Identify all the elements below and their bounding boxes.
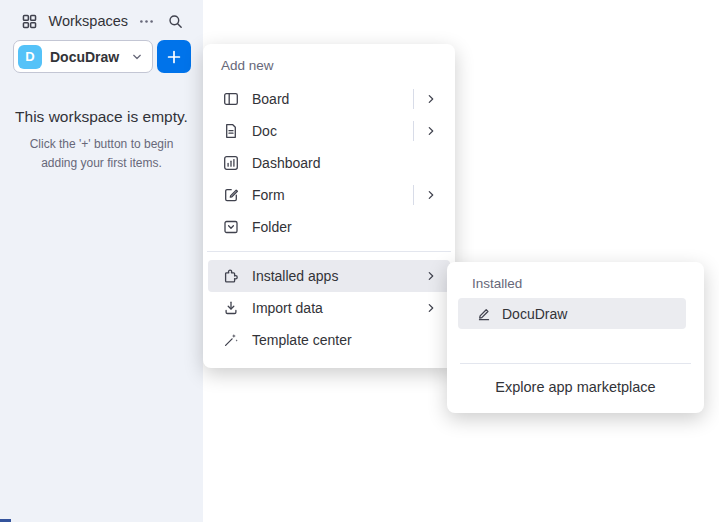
- empty-state: This workspace is empty. Click the '+' b…: [0, 108, 203, 172]
- divider: [413, 185, 414, 205]
- menu-item-installed-apps[interactable]: Installed apps: [208, 260, 450, 292]
- menu-item-label: Doc: [252, 123, 277, 139]
- plus-icon: [165, 48, 183, 66]
- dashboard-icon: [222, 154, 240, 172]
- chevron-right-icon[interactable]: [423, 123, 439, 139]
- chevron-down-icon: [130, 50, 144, 64]
- empty-state-subtitle-line2: adding your first items.: [0, 154, 203, 173]
- chevron-right-icon[interactable]: [423, 300, 439, 316]
- board-icon: [222, 90, 240, 108]
- workspace-avatar: D: [18, 45, 42, 69]
- workspaces-label: Workspaces: [49, 13, 129, 29]
- empty-state-subtitle: Click the '+' button to begin adding you…: [0, 135, 203, 172]
- divider: [413, 121, 414, 141]
- workspace-switcher[interactable]: D DocuDraw: [13, 40, 153, 73]
- menu-divider: [207, 251, 451, 252]
- chevron-right-icon[interactable]: [423, 268, 439, 284]
- workspace-name: DocuDraw: [50, 49, 119, 65]
- add-new-button[interactable]: [157, 40, 191, 73]
- sidebar-header: Workspaces: [20, 10, 185, 32]
- empty-state-subtitle-line1: Click the '+' button to begin: [0, 135, 203, 154]
- menu-item-label: Form: [252, 187, 285, 203]
- menu-item-doc[interactable]: Doc: [208, 115, 450, 147]
- menu-item-label: Dashboard: [252, 155, 321, 171]
- search-icon[interactable]: [166, 11, 186, 31]
- menu-item-label: Installed apps: [252, 268, 338, 284]
- divider: [413, 89, 414, 109]
- submenu-item-docudraw[interactable]: DocuDraw: [458, 298, 686, 329]
- workspace-sidebar: Workspaces D DocuDraw: [0, 0, 203, 522]
- more-options-icon[interactable]: [137, 11, 157, 31]
- menu-item-template-center[interactable]: Template center: [208, 324, 450, 356]
- puzzle-icon: [222, 267, 240, 285]
- chevron-right-icon[interactable]: [423, 91, 439, 107]
- menu-item-label: Board: [252, 91, 289, 107]
- workspaces-grid-icon[interactable]: [20, 11, 40, 31]
- installed-submenu-header: Installed: [447, 276, 704, 298]
- folder-icon: [222, 218, 240, 236]
- add-new-menu: Add new Board Doc: [203, 44, 455, 368]
- submenu-item-label: DocuDraw: [502, 306, 567, 322]
- add-new-menu-header: Add new: [207, 56, 451, 83]
- menu-item-import-data[interactable]: Import data: [208, 292, 450, 324]
- explore-app-marketplace-link[interactable]: Explore app marketplace: [447, 364, 704, 395]
- installed-apps-submenu: Installed DocuDraw Explore app marketpla…: [447, 262, 704, 413]
- wand-icon: [222, 331, 240, 349]
- doc-icon: [222, 122, 240, 140]
- menu-item-label: Template center: [252, 332, 352, 348]
- chevron-right-icon[interactable]: [423, 187, 439, 203]
- menu-item-dashboard[interactable]: Dashboard: [208, 147, 450, 179]
- pencil-icon: [475, 305, 493, 323]
- menu-item-form[interactable]: Form: [208, 179, 450, 211]
- empty-state-title: This workspace is empty.: [0, 108, 203, 126]
- form-icon: [222, 186, 240, 204]
- menu-item-label: Folder: [252, 219, 292, 235]
- import-icon: [222, 299, 240, 317]
- menu-item-label: Import data: [252, 300, 323, 316]
- menu-item-board[interactable]: Board: [208, 83, 450, 115]
- menu-item-folder[interactable]: Folder: [208, 211, 450, 243]
